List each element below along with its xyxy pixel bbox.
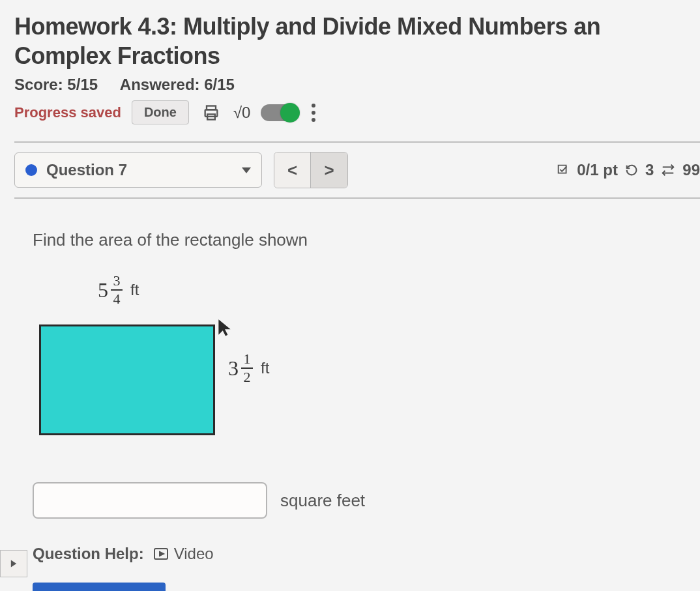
cursor-icon bbox=[216, 318, 233, 338]
answered-label: Answered: 6/15 bbox=[120, 76, 235, 93]
question-prompt: Find the area of the rectangle shown bbox=[33, 230, 700, 250]
video-help-label: Video bbox=[174, 545, 214, 563]
rectangle-shape bbox=[39, 324, 215, 435]
next-question-button[interactable]: > bbox=[311, 152, 347, 188]
score-label: Score: 5/15 bbox=[14, 76, 98, 93]
attempts-label: 99 bbox=[682, 161, 700, 179]
checkbox-icon bbox=[556, 163, 570, 177]
height-label: 3 1 2 ft bbox=[228, 352, 269, 384]
more-menu-icon[interactable] bbox=[309, 101, 318, 124]
print-icon[interactable] bbox=[199, 101, 223, 124]
chevron-down-icon bbox=[242, 167, 251, 173]
side-play-button[interactable] bbox=[0, 550, 27, 577]
width-unit: ft bbox=[130, 281, 139, 299]
width-whole: 5 bbox=[98, 278, 108, 302]
retries-label: 3 bbox=[645, 161, 654, 179]
attempts-icon bbox=[660, 163, 676, 177]
video-help-link[interactable]: Video bbox=[153, 545, 214, 563]
rectangle-figure: 5 3 4 ft 3 1 2 ft bbox=[33, 274, 306, 443]
video-icon bbox=[153, 547, 169, 560]
height-denominator: 2 bbox=[244, 370, 251, 384]
answer-input[interactable] bbox=[33, 482, 267, 519]
height-whole: 3 bbox=[228, 356, 239, 381]
divider bbox=[14, 141, 700, 143]
width-numerator: 3 bbox=[113, 274, 121, 288]
width-denominator: 4 bbox=[113, 292, 121, 306]
width-label: 5 3 4 ft bbox=[98, 274, 139, 306]
submit-question-button[interactable]: Submit Question bbox=[33, 583, 166, 591]
points-label: 0/1 pt bbox=[577, 161, 618, 179]
retry-icon bbox=[624, 163, 639, 177]
progress-saved-label: Progress saved bbox=[14, 104, 121, 121]
question-nav-pair: < > bbox=[274, 152, 348, 188]
question-selector[interactable]: Question 7 bbox=[14, 152, 262, 188]
assignment-title: Homework 4.3: Multiply and Divide Mixed … bbox=[14, 12, 700, 70]
height-unit: ft bbox=[261, 359, 269, 377]
question-stats: 0/1 pt 3 99 bbox=[556, 161, 700, 179]
question-status-dot bbox=[25, 164, 37, 176]
divider bbox=[14, 197, 700, 199]
math-input-label: √0 bbox=[233, 104, 251, 122]
question-selector-label: Question 7 bbox=[46, 161, 233, 179]
question-help-label: Question Help: bbox=[33, 545, 144, 563]
height-numerator: 1 bbox=[244, 352, 251, 366]
done-button[interactable]: Done bbox=[132, 100, 189, 124]
toggle-knob bbox=[280, 103, 300, 123]
prev-question-button[interactable]: < bbox=[274, 152, 311, 188]
answer-unit-label: square feet bbox=[280, 491, 365, 511]
math-input-toggle[interactable] bbox=[261, 104, 299, 121]
